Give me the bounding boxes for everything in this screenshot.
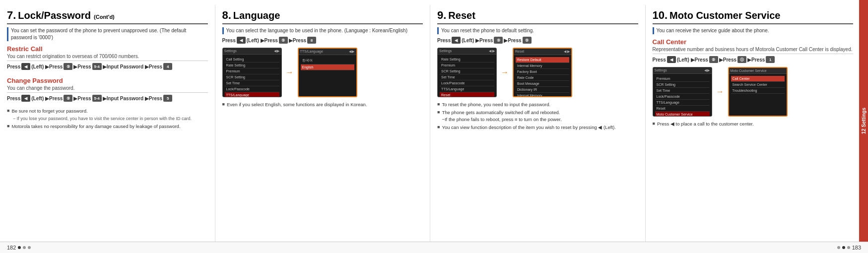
moto-menu-time: Set Time bbox=[655, 88, 710, 94]
note-bullet-1: ■ bbox=[7, 108, 9, 114]
lang-caption-text: Even if you select English, some functio… bbox=[227, 101, 367, 108]
reset-menu-lock: Lock/Passcode bbox=[440, 80, 494, 86]
press-line-restric: Press ◀ (Left) ▶Press ⑨ ▶Press 5·4 ▶Inpu… bbox=[7, 63, 208, 70]
subsection-call-center-desc: Representative number and business hours… bbox=[653, 47, 854, 54]
input-pw-2: ▶Input Password ▶Press bbox=[103, 96, 162, 101]
arrow-moto2: ▶Press bbox=[747, 57, 765, 63]
reset-restore: Restore Default bbox=[516, 57, 569, 63]
arrow-1: ▶Press bbox=[73, 64, 91, 69]
section-number-9: 9. bbox=[437, 9, 446, 22]
phone-screen-reset-2: Reset ◀ ▶ Restore Default Internal Memor… bbox=[513, 48, 572, 97]
dot-3 bbox=[28, 246, 31, 249]
subsection-restric-desc: You can restrict origination to overseas… bbox=[7, 54, 208, 61]
section-title-8: Language bbox=[233, 10, 280, 21]
nine2-btn-reset: ⑨ bbox=[523, 37, 532, 44]
left-btn-reset: ◀ bbox=[452, 37, 461, 44]
moto-troubleshoot: Troubleshooting bbox=[731, 88, 785, 94]
left-text-moto: (Left) ▶Press bbox=[677, 57, 708, 63]
note-bullet-lang: ■ bbox=[222, 101, 225, 108]
left-text-reset: (Left) ▶Press bbox=[462, 38, 493, 43]
press-label-moto: Press bbox=[653, 57, 666, 63]
phone-screen-inner-moto-2: Call Center Search Service Center Troubl… bbox=[729, 74, 787, 96]
page-container: 12 Settings 7. Lock/Password (Cont'd) Yo… bbox=[0, 0, 868, 253]
menu-korean: 한국어 bbox=[301, 57, 354, 64]
arrow-connector-lang: → bbox=[286, 68, 294, 77]
section-subtitle-7: (Cont'd) bbox=[94, 14, 115, 20]
eight-btn-lang: 8 bbox=[307, 37, 316, 44]
moto-menu-service: Moto Customer Service bbox=[655, 112, 710, 117]
section-title-9: Reset bbox=[448, 10, 475, 21]
dot-6 bbox=[847, 246, 850, 249]
phone-screenshots-reset: Settings ◀ ▶ Rate Setting Premium SCR Se… bbox=[437, 48, 638, 97]
left-btn-moto: ◀ bbox=[667, 56, 676, 63]
lang-caption: ■ Even if you select English, some funct… bbox=[222, 101, 423, 108]
section-title-7: Lock/Password bbox=[18, 10, 91, 21]
reset-internal2: Internal Memory bbox=[516, 93, 569, 97]
blue-bar-10 bbox=[653, 27, 654, 34]
zero-btn-moto: ⓪ bbox=[737, 56, 746, 63]
phone-header-reset-2: Reset ◀ ▶ bbox=[514, 49, 571, 55]
reset-note-text-2: The phone gets automatically switched of… bbox=[442, 109, 561, 123]
moto-menu-premium: Premium bbox=[655, 76, 710, 82]
reset-menu-reset: Reset bbox=[440, 92, 494, 97]
section-desc-text-8: You can select the language to be used i… bbox=[226, 27, 407, 34]
note-text-2: Motorola takes no responsibility for any… bbox=[11, 123, 180, 129]
arrow-moto: ▶Press bbox=[719, 57, 736, 63]
reset-internal: Internal Memory bbox=[516, 63, 569, 69]
phone-header-reset-1: Settings ◀ ▶ bbox=[438, 48, 496, 55]
footer-left: 182 bbox=[7, 245, 31, 251]
col-lock-password: 7. Lock/Password (Cont'd) You can set th… bbox=[0, 5, 215, 242]
section-header-10: 10. Moto Customer Service bbox=[653, 9, 854, 24]
reset-dict: Dictionary IR bbox=[516, 87, 569, 93]
press-label-1: Press bbox=[7, 64, 20, 69]
arrow-reset: ▶Press bbox=[504, 38, 521, 43]
section-header-8: 8. Language bbox=[222, 9, 423, 24]
reset-rate: Rate Code bbox=[516, 75, 569, 81]
input-pw-1: ▶Input Password ▶Press bbox=[103, 64, 162, 69]
menu-english: English bbox=[301, 64, 354, 70]
note-sub-1: − If you lose your password, you have to… bbox=[7, 116, 208, 122]
arrow-connector-moto: → bbox=[716, 87, 724, 96]
blue-bar-8 bbox=[222, 27, 224, 34]
note-1: ■ Be sure not to forget your password. bbox=[7, 108, 208, 114]
reset-factory: Factory Boot bbox=[516, 69, 569, 75]
subsection-change-pw: Change Password bbox=[7, 77, 208, 84]
nine-btn-moto: ⑨ bbox=[709, 56, 718, 63]
moto-call-center: Call Center bbox=[731, 76, 785, 82]
phone-screen-inner-moto-1: Premium SCR Setting Set Time Lock/Passco… bbox=[653, 74, 712, 117]
footer-right: 183 bbox=[837, 245, 861, 251]
reset-note-text-3: You can view function description of the… bbox=[442, 124, 615, 130]
five-end-btn: 5 bbox=[163, 95, 172, 102]
subsection-restric-call: Restric Call bbox=[7, 45, 208, 53]
dot-2 bbox=[23, 246, 26, 249]
one-btn-moto: 1 bbox=[766, 56, 775, 63]
phone-screen-inner-lang-1: Call Setting Rate Setting Premium SCR Se… bbox=[223, 55, 281, 97]
reset-note-2: ■ The phone gets automatically switched … bbox=[437, 109, 638, 123]
section-title-10: Moto Customer Service bbox=[669, 10, 780, 21]
phone-screen-inner-reset-1: Rate Setting Premium SCR Setting Set Tim… bbox=[438, 55, 496, 97]
section-desc-text-7: You can set the password of the phone to… bbox=[11, 27, 208, 41]
press-label-lang: Press bbox=[222, 38, 236, 43]
note-text-1: Be sure not to forget your password. bbox=[11, 108, 87, 114]
left-btn-2: ◀ bbox=[21, 95, 30, 102]
phone-header-moto-1: Settings ◀ ▶ bbox=[653, 67, 712, 74]
dot-1 bbox=[18, 246, 21, 249]
note-2: ■ Motorola takes no responsibility for a… bbox=[7, 123, 208, 129]
press-line-moto: Press ◀ (Left) ▶Press ⑨ ▶Press ⓪ ▶Press … bbox=[653, 56, 854, 63]
section-desc-8: You can select the language to be used i… bbox=[222, 27, 423, 34]
content-area: 12 Settings 7. Lock/Password (Cont'd) Yo… bbox=[0, 0, 868, 242]
left-text-1: (Left) ▶Press bbox=[31, 64, 63, 69]
dot-4 bbox=[837, 246, 840, 249]
phone-screen-moto-1: Settings ◀ ▶ Premium SCR Setting Set Tim… bbox=[653, 67, 712, 117]
section-desc-7: You can set the password of the phone to… bbox=[7, 27, 208, 41]
moto-menu-scr: SCR Setting bbox=[655, 82, 710, 88]
menu-scr: SCR Setting bbox=[225, 74, 279, 80]
arrow-2: ▶Press bbox=[73, 96, 91, 101]
section-header-7: 7. Lock/Password (Cont'd) bbox=[7, 9, 208, 24]
note-bullet-2: ■ bbox=[7, 123, 9, 129]
menu-set-time: Set Time bbox=[225, 80, 279, 86]
menu-rate-setting: Rate Setting bbox=[225, 63, 279, 68]
moto-menu-reset: Reset bbox=[655, 106, 710, 112]
menu-lock: Lock/Passcode bbox=[225, 86, 279, 92]
nine-btn-lang: ⑨ bbox=[279, 37, 288, 44]
